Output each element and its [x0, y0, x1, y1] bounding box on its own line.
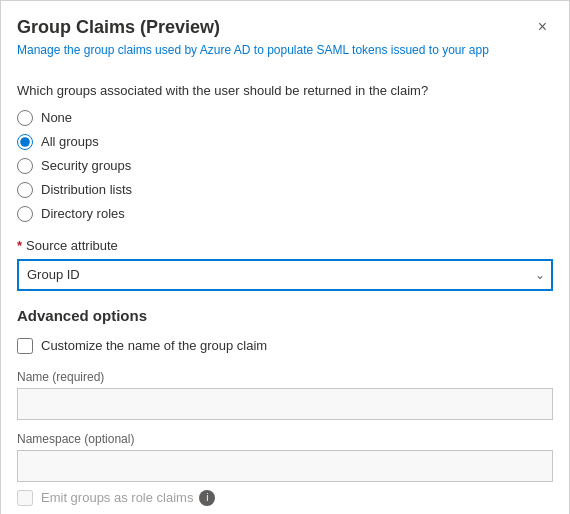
radio-label-directory-roles: Directory roles	[41, 206, 125, 221]
radio-none[interactable]	[17, 110, 33, 126]
source-attribute-section: * Source attribute Group ID sAMAccountNa…	[17, 238, 553, 291]
dialog-body: Which groups associated with the user sh…	[1, 67, 569, 514]
namespace-field-label: Namespace (optional)	[17, 432, 553, 446]
source-attribute-label-text: Source attribute	[26, 238, 118, 253]
radio-item-none[interactable]: None	[17, 110, 553, 126]
emit-roles-label: Emit groups as role claims i	[41, 490, 215, 506]
radio-label-security-groups: Security groups	[41, 158, 131, 173]
customize-checkbox-item[interactable]: Customize the name of the group claim	[17, 338, 553, 354]
emit-roles-label-text: Emit groups as role claims	[41, 490, 193, 505]
close-button[interactable]: ×	[532, 17, 553, 37]
radio-all-groups[interactable]	[17, 134, 33, 150]
dialog-title-block: Group Claims (Preview) Manage the group …	[17, 17, 532, 59]
name-field-label: Name (required)	[17, 370, 553, 384]
radio-item-security-groups[interactable]: Security groups	[17, 158, 553, 174]
emit-roles-checkbox[interactable]	[17, 490, 33, 506]
radio-item-distribution-lists[interactable]: Distribution lists	[17, 182, 553, 198]
radio-label-distribution-lists: Distribution lists	[41, 182, 132, 197]
source-attribute-select[interactable]: Group ID sAMAccountName NetbiosDomain\sA…	[17, 259, 553, 291]
radio-item-all-groups[interactable]: All groups	[17, 134, 553, 150]
radio-distribution-lists[interactable]	[17, 182, 33, 198]
advanced-options-title: Advanced options	[17, 307, 553, 324]
name-field-input[interactable]	[17, 388, 553, 420]
dialog-title: Group Claims (Preview)	[17, 17, 532, 38]
group-claims-dialog: Group Claims (Preview) Manage the group …	[0, 0, 570, 514]
radio-item-directory-roles[interactable]: Directory roles	[17, 206, 553, 222]
name-field-wrapper: Name (required)	[17, 370, 553, 420]
customize-name-label[interactable]: Customize the name of the group claim	[41, 338, 267, 353]
namespace-field-input[interactable]	[17, 450, 553, 482]
advanced-options-section: Advanced options Customize the name of t…	[17, 307, 553, 506]
radio-directory-roles[interactable]	[17, 206, 33, 222]
radio-security-groups[interactable]	[17, 158, 33, 174]
radio-label-none: None	[41, 110, 72, 125]
text-field-group: Name (required) Namespace (optional)	[17, 370, 553, 482]
dialog-header: Group Claims (Preview) Manage the group …	[1, 1, 569, 67]
radio-label-all-groups: All groups	[41, 134, 99, 149]
dialog-subtitle: Manage the group claims used by Azure AD…	[17, 42, 532, 59]
info-icon[interactable]: i	[199, 490, 215, 506]
source-attribute-wrapper: Group ID sAMAccountName NetbiosDomain\sA…	[17, 259, 553, 291]
customize-name-checkbox[interactable]	[17, 338, 33, 354]
required-star: *	[17, 238, 22, 253]
namespace-field-wrapper: Namespace (optional)	[17, 432, 553, 482]
source-attribute-label: * Source attribute	[17, 238, 553, 253]
section-question: Which groups associated with the user sh…	[17, 83, 553, 98]
radio-group: None All groups Security groups Distribu…	[17, 110, 553, 222]
emit-checkbox-item: Emit groups as role claims i	[17, 490, 553, 506]
